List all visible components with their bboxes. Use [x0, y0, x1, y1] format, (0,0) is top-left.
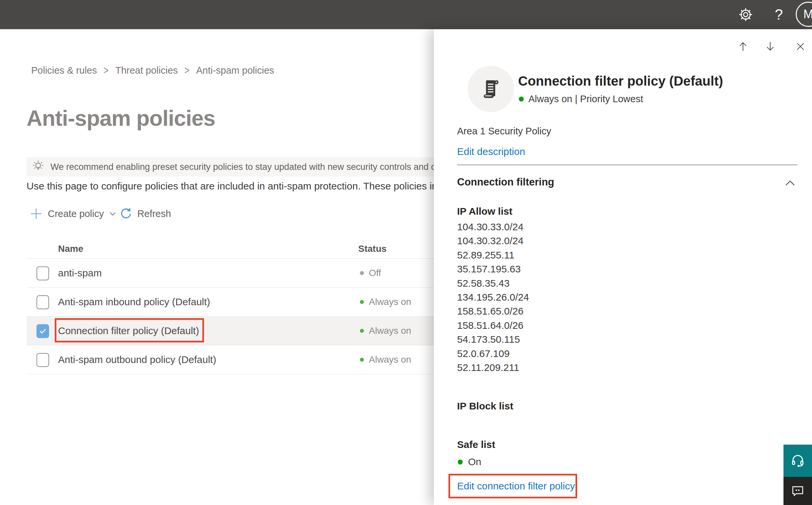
status-dot [360, 271, 364, 275]
policy-icon [468, 66, 514, 112]
column-header-status[interactable]: Status [358, 243, 387, 254]
chevron-down-icon [109, 209, 117, 218]
chat-icon [791, 484, 805, 498]
status-dot [458, 460, 463, 465]
flyout-title: Connection filter policy (Default) [518, 74, 723, 89]
collapse-section-button[interactable] [783, 177, 797, 189]
ip-entry: 158.51.65.0/26 [457, 304, 529, 318]
status-dot [360, 300, 364, 304]
status-label: Always on [369, 297, 411, 307]
section-connection-filtering: Connection filtering [457, 176, 554, 188]
ip-entry: 54.173.50.115 [457, 332, 529, 346]
refresh-button[interactable]: Refresh [120, 206, 171, 222]
gear-icon [738, 7, 753, 22]
status-label: Off [369, 268, 381, 278]
row-checkbox[interactable] [36, 353, 49, 367]
help-support-button[interactable] [784, 445, 812, 477]
close-x-icon [795, 41, 806, 52]
chevron-up-icon [785, 179, 795, 186]
move-down-button[interactable] [762, 38, 779, 55]
help-button[interactable]: ? [767, 0, 791, 29]
create-policy-label: Create policy [48, 208, 104, 219]
close-icon[interactable] [792, 38, 809, 55]
refresh-label: Refresh [137, 208, 171, 219]
status-label: Always on [369, 326, 411, 336]
row-checkbox[interactable] [36, 267, 49, 280]
headset-icon [790, 453, 805, 469]
safe-list-heading: Safe list [457, 439, 495, 450]
banner-text: We recommend enabling preset security po… [50, 162, 434, 172]
breadcrumb-separator: > [104, 64, 109, 77]
table-row[interactable]: Connection filter policy (Default) Alway… [26, 317, 434, 345]
page-description: Use this page to configure policies that… [26, 180, 434, 192]
edit-connection-filter-policy-link[interactable]: Edit connection filter policy [457, 480, 575, 492]
status-dot [360, 358, 364, 362]
arrow-down-icon [765, 41, 776, 52]
policy-description: Area 1 Security Policy [457, 126, 551, 137]
app-root: ? M Policies & rules > Threat policies >… [0, 0, 812, 505]
details-flyout: Connection filter policy (Default) Alway… [434, 29, 812, 505]
status-dot [360, 329, 364, 333]
divider [457, 165, 797, 165]
table-row[interactable]: Anti-spam outbound policy (Default) Alwa… [26, 345, 434, 374]
ip-allow-list-heading: IP Allow list [457, 206, 513, 217]
lightbulb-icon [31, 159, 45, 175]
help-icon: ? [775, 6, 783, 23]
policy-name[interactable]: Anti-spam inbound policy (Default) [58, 296, 210, 308]
ip-allow-list: 104.30.33.0/24104.30.32.0/2452.89.255.11… [457, 220, 529, 375]
safe-list-status-line: On [458, 456, 481, 468]
table-row[interactable]: anti-spam Off [26, 259, 434, 288]
ip-entry: 52.58.35.43 [457, 277, 529, 290]
status-dot [519, 97, 524, 102]
breadcrumb-threat-policies[interactable]: Threat policies [115, 65, 178, 76]
column-header-name[interactable]: Name [58, 243, 83, 254]
breadcrumb-separator: > [184, 64, 189, 77]
annotation-box: Edit connection filter policy [448, 474, 577, 498]
policy-name[interactable]: Connection filter policy (Default) [58, 325, 199, 336]
refresh-icon [120, 207, 133, 220]
flyout-status-line: Always on | Priority Lowest [519, 93, 643, 105]
ip-block-list-heading: IP Block list [457, 400, 514, 412]
account-avatar[interactable]: M [796, 2, 812, 27]
avatar-initial: M [803, 7, 812, 21]
ip-entry: 134.195.26.0/24 [457, 290, 529, 304]
recommendation-banner: We recommend enabling preset security po… [26, 157, 434, 177]
breadcrumb-policies-rules[interactable]: Policies & rules [31, 65, 97, 76]
row-checkbox[interactable] [36, 324, 49, 338]
row-checkbox[interactable] [36, 295, 49, 309]
settings-button[interactable] [734, 0, 758, 29]
create-policy-button[interactable]: Create policy [29, 206, 117, 222]
safe-list-status: On [468, 456, 481, 468]
ip-entry: 35.157.195.63 [457, 262, 529, 276]
top-app-bar: ? M [0, 0, 812, 29]
arrow-up-icon [737, 41, 749, 52]
move-up-button[interactable] [735, 38, 752, 55]
policy-name[interactable]: Anti-spam outbound policy (Default) [58, 354, 216, 365]
ip-entry: 158.51.64.0/26 [457, 319, 529, 332]
page-title: Anti-spam policies [26, 106, 215, 131]
ip-entry: 104.30.32.0/24 [457, 234, 529, 248]
ip-entry: 104.30.33.0/24 [457, 220, 529, 234]
status-label: Always on [369, 354, 411, 365]
checkmark-icon [38, 327, 47, 335]
ip-entry: 52.11.209.211 [457, 361, 529, 375]
ip-entry: 52.89.255.11 [457, 248, 529, 262]
policy-name[interactable]: anti-spam [58, 268, 102, 279]
flyout-status-text: Always on | Priority Lowest [529, 94, 643, 105]
table-header: Name Status [26, 240, 434, 259]
scroll-icon [479, 76, 503, 101]
breadcrumb-anti-spam-policies: Anti-spam policies [196, 65, 274, 76]
ip-entry: 52.0.67.109 [457, 347, 529, 361]
table-row[interactable]: Anti-spam inbound policy (Default) Alway… [26, 288, 434, 317]
plus-icon [29, 207, 43, 221]
edit-description-link[interactable]: Edit description [457, 146, 525, 157]
feedback-button[interactable] [784, 477, 812, 505]
breadcrumb: Policies & rules > Threat policies > Ant… [31, 65, 274, 76]
